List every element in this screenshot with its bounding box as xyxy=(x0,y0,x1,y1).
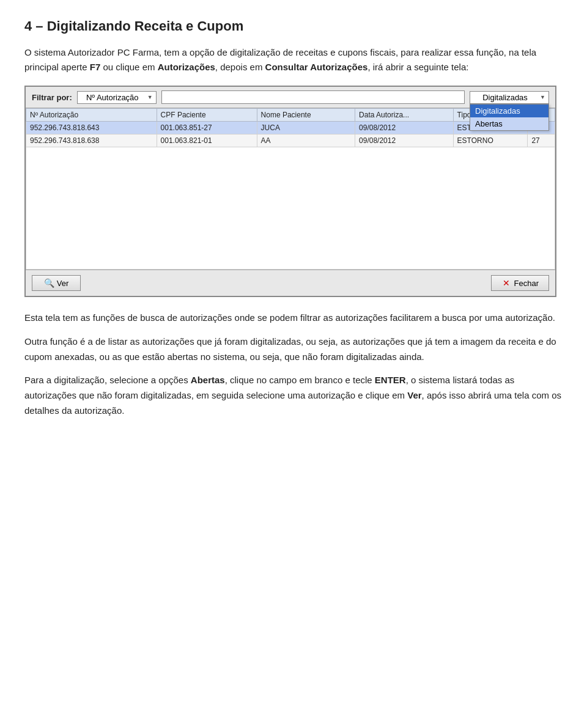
para3-enter: ENTER xyxy=(375,375,406,385)
intro-autorizacoes: Autorizações xyxy=(158,62,215,72)
cell-cpf: 001.063.851-27 xyxy=(157,122,257,134)
table-area: Nº Autorização CPF Paciente Nome Pacient… xyxy=(26,108,555,270)
status-dropdown-btn[interactable]: Digitalizadas xyxy=(470,91,549,104)
cell-nome: AA xyxy=(257,134,355,147)
intro-text-3: , depois em xyxy=(215,62,265,72)
table-row[interactable]: 952.296.743.818.638 001.063.821-01 AA 09… xyxy=(26,134,555,147)
status-dropdown-menu: Digitalizadas Abertas xyxy=(470,104,549,131)
cell-cpf: 001.063.821-01 xyxy=(157,134,257,147)
cell-data: 09/08/2012 xyxy=(355,134,454,147)
page-title: 4 – Digitalizando Receita e Cupom xyxy=(24,18,563,34)
para3-text-1: Para a digitalização, selecione a opções xyxy=(24,375,191,385)
dropdown-item-digitalizadas[interactable]: Digitalizadas xyxy=(470,105,548,117)
intro-consultar: Consultar Autorizações xyxy=(265,62,368,72)
cell-num: 952.296.743.818.638 xyxy=(26,134,157,147)
close-icon: ✕ xyxy=(501,278,511,288)
para2-text: Outra função é a de listar as autorizaçõ… xyxy=(24,336,556,362)
button-bar: 🔍 Ver ✕ Fechar xyxy=(26,270,555,296)
cell-nome: JUCA xyxy=(257,122,355,134)
ver-label: Ver xyxy=(57,279,69,288)
status-dropdown-wrapper[interactable]: Digitalizadas Digitalizadas Abertas xyxy=(470,91,549,104)
col-header-nome: Nome Paciente xyxy=(257,109,355,122)
para3: Para a digitalização, selecione a opções… xyxy=(24,373,563,418)
para3-ver: Ver xyxy=(407,390,421,400)
cell-tipo: ESTORNO xyxy=(453,134,528,147)
intro-f7: F7 xyxy=(90,62,101,72)
search-icon: 🔍 xyxy=(44,278,54,288)
filter-input[interactable] xyxy=(161,90,465,104)
para2: Outra função é a de listar as autorizaçõ… xyxy=(24,334,563,365)
cell-extra: 27 xyxy=(528,134,555,147)
col-header-cpf: CPF Paciente xyxy=(157,109,257,122)
dropdown-item-abertas[interactable]: Abertas xyxy=(470,117,548,130)
col-header-num: Nº Autorização xyxy=(26,109,157,122)
filter-bar: Filtrar por: Nº Autorização Digitalizada… xyxy=(26,87,555,108)
ver-button[interactable]: 🔍 Ver xyxy=(32,275,81,291)
intro-text-4: , irá abrir a seguinte tela: xyxy=(367,62,468,72)
col-header-data: Data Autoriza... xyxy=(355,109,454,122)
cell-num: 952.296.743.818.643 xyxy=(26,122,157,134)
cell-data: 09/08/2012 xyxy=(355,122,454,134)
para3-text-2: , clique no campo em branco e tecle xyxy=(225,375,375,385)
intro-text-2: ou clique em xyxy=(100,62,157,72)
fechar-label: Fechar xyxy=(514,279,539,288)
intro-paragraph: O sistema Autorizador PC Farma, tem a op… xyxy=(24,45,563,75)
para3-abertas: Abertas xyxy=(191,375,225,385)
filter-type-wrapper[interactable]: Nº Autorização xyxy=(77,91,157,104)
filter-type-select[interactable]: Nº Autorização xyxy=(77,91,157,104)
filter-label: Filtrar por: xyxy=(32,93,72,102)
empty-rows xyxy=(26,147,555,270)
ui-screenshot: Filtrar por: Nº Autorização Digitalizada… xyxy=(24,86,556,297)
para1: Esta tela tem as funções de busca de aut… xyxy=(24,311,563,326)
fechar-button[interactable]: ✕ Fechar xyxy=(491,275,549,291)
